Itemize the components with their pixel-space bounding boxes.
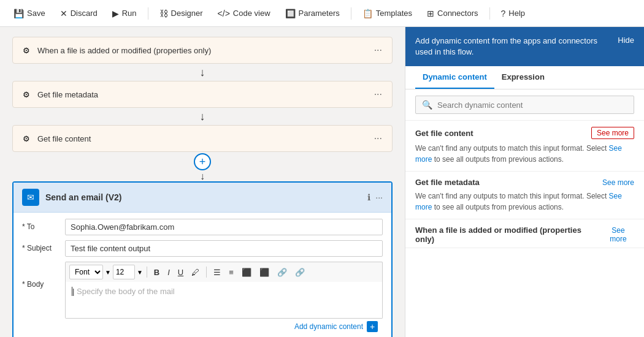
run-button[interactable]: ▶ Run — [106, 6, 143, 21]
discard-icon: ✕ — [60, 9, 67, 18]
to-field-row: * To — [22, 219, 383, 235]
add-dynamic-plus-btn[interactable]: + — [367, 321, 378, 332]
panel-section-1: Get file metadata See more We can't find… — [405, 172, 644, 219]
help-button[interactable]: ? Help — [495, 6, 532, 21]
section2-title: When a file is added or modified (proper… — [415, 225, 602, 244]
ol-button[interactable]: ≡ — [226, 267, 237, 278]
unlink-button[interactable]: 🔗 — [292, 267, 308, 278]
font-size-input[interactable] — [113, 265, 135, 279]
panel-content: Get file content See more We can't find … — [405, 121, 644, 337]
section0-header: Get file content See more — [405, 121, 644, 143]
align-center-button[interactable]: ⬛ — [256, 267, 272, 278]
step2-title: Get file metadata — [37, 90, 367, 99]
panel-header-text: Add dynamic content from the apps and co… — [415, 36, 610, 58]
designer-button[interactable]: ⛓ Designer — [153, 6, 209, 21]
parameters-icon: 🔲 — [285, 9, 296, 18]
flow-step-1[interactable]: ⚙ When a file is added or modified (prop… — [12, 37, 393, 64]
panel-search: 🔍 — [405, 89, 644, 121]
body-editor[interactable]: | Specify the body of the mail — [65, 282, 383, 319]
save-icon: 💾 — [13, 9, 24, 18]
search-box: 🔍 — [415, 96, 634, 114]
email-info-icon[interactable]: ℹ — [367, 192, 370, 202]
subject-input[interactable] — [65, 240, 383, 257]
add-circle-icon[interactable]: + — [194, 153, 211, 170]
templates-icon: 📋 — [362, 9, 373, 18]
to-input[interactable] — [65, 219, 383, 235]
body-label: * Body — [22, 262, 59, 289]
highlight-button[interactable]: 🖊 — [188, 267, 202, 278]
parameters-button[interactable]: 🔲 Parameters — [279, 6, 346, 21]
toolbar-sep2 — [206, 267, 207, 278]
run-icon: ▶ — [112, 9, 119, 18]
designer-icon: ⛓ — [159, 9, 168, 18]
right-panel: Add dynamic content from the apps and co… — [405, 27, 644, 337]
bold-button[interactable]: B — [151, 267, 163, 278]
search-input[interactable] — [437, 100, 627, 110]
align-left-button[interactable]: ⬛ — [239, 267, 255, 278]
section1-title: Get file metadata — [415, 178, 480, 187]
sep1 — [148, 7, 148, 20]
section0-see-more[interactable]: See more — [591, 127, 634, 139]
ul-button[interactable]: ☰ — [210, 267, 224, 278]
panel-header: Add dynamic content from the apps and co… — [405, 27, 644, 66]
email-card: ✉ Send an email (V2) ℹ ··· * To * Subjec… — [12, 181, 393, 337]
discard-button[interactable]: ✕ Discard — [54, 6, 104, 21]
step2-menu[interactable]: ··· — [374, 89, 382, 100]
save-button[interactable]: 💾 Save — [7, 6, 52, 21]
link-button[interactable]: 🔗 — [274, 267, 290, 278]
main-layout: ⚙ When a file is added or modified (prop… — [0, 27, 644, 337]
section1-body: We can't find any outputs to match this … — [405, 191, 644, 219]
step1-menu[interactable]: ··· — [374, 45, 382, 56]
connectors-button[interactable]: ⊞ Connectors — [421, 6, 484, 21]
dynamic-content-bar: Add dynamic content + — [65, 319, 383, 335]
add-dynamic-content-link[interactable]: Add dynamic content — [294, 322, 363, 331]
section2-see-more[interactable]: See more — [602, 226, 634, 243]
step3-title: Get file content — [37, 134, 367, 143]
section2-header: When a file is added or modified (proper… — [405, 219, 644, 248]
section1-header: Get file metadata See more — [405, 172, 644, 191]
help-icon: ? — [501, 9, 506, 18]
italic-button[interactable]: I — [164, 267, 173, 278]
body-placeholder: Specify the body of the mail — [77, 287, 175, 296]
panel-tabs: Dynamic content Expression — [405, 66, 644, 89]
codeview-icon: </> — [218, 9, 230, 18]
body-toolbar: Font ▼ ▼ B I U 🖊 ☰ ≡ — [65, 262, 383, 282]
codeview-button[interactable]: </> Code view — [212, 6, 277, 21]
section1-see-more[interactable]: See more — [602, 178, 634, 187]
toolbar-sep1 — [147, 267, 147, 278]
section0-title: Get file content — [415, 129, 473, 138]
underline-button[interactable]: U — [175, 267, 186, 278]
sep2 — [351, 7, 351, 20]
subject-label: * Subject — [22, 240, 59, 252]
subject-field-row: * Subject — [22, 240, 383, 257]
toolbar: 💾 Save ✕ Discard ▶ Run ⛓ Designer </> Co… — [0, 0, 644, 27]
add-step-btn[interactable]: + — [12, 152, 393, 172]
to-label: * To — [22, 219, 59, 231]
canvas: ⚙ When a file is added or modified (prop… — [0, 27, 405, 337]
body-editor-wrap: Font ▼ ▼ B I U 🖊 ☰ ≡ — [65, 262, 383, 335]
step2-icon: ⚙ — [23, 90, 30, 99]
flow-step-3[interactable]: ⚙ Get file content ··· — [12, 125, 393, 152]
panel-section-0: Get file content See more We can't find … — [405, 121, 644, 172]
email-card-title: Send an email (V2) — [45, 192, 361, 202]
step3-icon: ⚙ — [23, 134, 30, 143]
flow-step-2[interactable]: ⚙ Get file metadata ··· — [12, 81, 393, 108]
body-field-row: * Body Font ▼ ▼ B I U — [22, 262, 383, 335]
email-fields: * To * Subject * Body Font — [13, 213, 391, 337]
templates-button[interactable]: 📋 Templates — [356, 6, 418, 21]
search-icon: 🔍 — [422, 100, 432, 110]
font-select[interactable]: Font — [69, 265, 103, 279]
step3-menu[interactable]: ··· — [374, 133, 382, 144]
step1-title: When a file is added or modified (proper… — [37, 46, 367, 55]
panel-hide-button[interactable]: Hide — [610, 36, 634, 45]
email-card-actions: ℹ ··· — [367, 192, 383, 202]
connectors-icon: ⊞ — [427, 9, 434, 18]
section0-body: We can't find any outputs to match this … — [405, 143, 644, 171]
email-card-header: ✉ Send an email (V2) ℹ ··· — [13, 183, 391, 213]
tab-expression[interactable]: Expression — [494, 66, 552, 89]
sep3 — [489, 7, 490, 20]
arrow-3: ↓ — [12, 172, 393, 181]
tab-dynamic-content[interactable]: Dynamic content — [415, 66, 494, 89]
arrow-1: ↓ — [12, 64, 393, 81]
email-menu-icon[interactable]: ··· — [375, 192, 383, 202]
